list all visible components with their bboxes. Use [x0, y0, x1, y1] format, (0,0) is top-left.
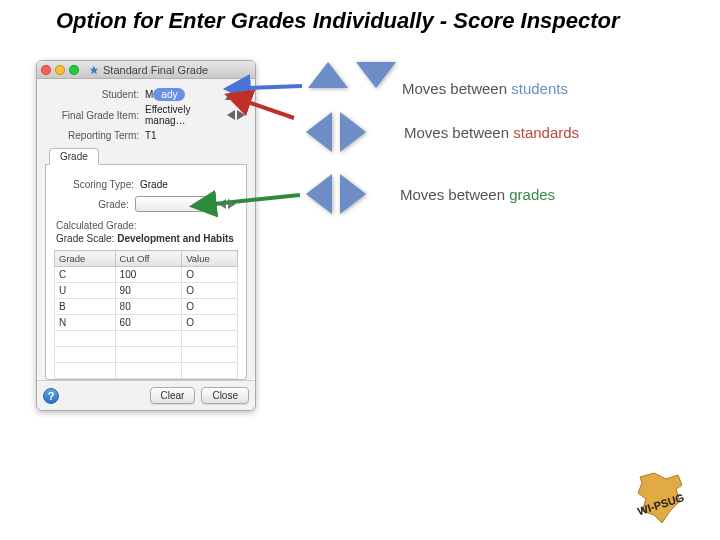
big-nav-grades [306, 174, 366, 214]
grade-row: Grade: [54, 196, 238, 212]
grade-label: Grade: [54, 199, 135, 210]
th-cutoff: Cut Off [115, 251, 182, 267]
reporting-term-row: Reporting Term: T1 [45, 130, 247, 141]
wipsug-logo: WI-PSUG [632, 471, 692, 528]
page-title: Option for Enter Grades Individually - S… [56, 8, 620, 34]
score-inspector-panel: Standard Final Grade Student: Mady Final… [36, 60, 256, 411]
table-row: B80O [55, 299, 238, 315]
grade-next-button[interactable] [228, 199, 238, 209]
student-prev-button[interactable] [225, 90, 235, 100]
scoring-type-row: Scoring Type: Grade [54, 179, 238, 190]
panel-footer: ? Clear Close [37, 380, 255, 410]
table-row: . [55, 363, 238, 379]
grade-select[interactable] [135, 196, 210, 212]
scoring-type-label: Scoring Type: [54, 179, 140, 190]
close-button[interactable]: Close [201, 387, 249, 404]
table-row: U90O [55, 283, 238, 299]
student-row: Student: Mady [45, 89, 247, 100]
window-title: Standard Final Grade [103, 64, 208, 76]
final-grade-item-value: Effectively manag… [145, 104, 225, 126]
table-row: . [55, 347, 238, 363]
caption-grades: Moves between grades [400, 186, 555, 203]
triangle-up-icon [308, 62, 348, 88]
table-row: N60O [55, 315, 238, 331]
tab-bar: Grade [45, 147, 247, 165]
clear-button[interactable]: Clear [150, 387, 196, 404]
window-close-button[interactable] [41, 65, 51, 75]
window-minimize-button[interactable] [55, 65, 65, 75]
final-grade-item-label: Final Grade Item: [45, 110, 145, 121]
big-nav-students [308, 62, 396, 88]
student-next-button[interactable] [237, 90, 247, 100]
table-row: C100O [55, 267, 238, 283]
triangle-down-icon [356, 62, 396, 88]
svg-line-1 [248, 86, 302, 88]
tab-content-grade: Scoring Type: Grade Grade: Calculated Gr… [45, 165, 247, 380]
th-value: Value [182, 251, 238, 267]
grade-scale-value: Development and Habits [117, 233, 234, 244]
tab-grade[interactable]: Grade [49, 148, 99, 165]
final-grade-item-row: Final Grade Item: Effectively manag… [45, 104, 247, 126]
student-label: Student: [45, 89, 145, 100]
th-grade: Grade [55, 251, 116, 267]
item-prev-button[interactable] [225, 110, 235, 120]
triangle-right-icon [340, 112, 366, 152]
window-zoom-button[interactable] [69, 65, 79, 75]
reporting-term-value: T1 [145, 130, 225, 141]
grade-scale-label: Grade Scale: [56, 233, 114, 244]
triangle-right-icon [340, 174, 366, 214]
student-value: Mady [145, 89, 225, 100]
svg-marker-0 [90, 65, 98, 73]
item-next-button[interactable] [237, 110, 247, 120]
grade-prev-button[interactable] [216, 199, 226, 209]
table-row: . [55, 331, 238, 347]
calculated-grade-label: Calculated Grade: [56, 220, 238, 231]
window-titlebar: Standard Final Grade [37, 61, 255, 79]
triangle-left-icon [306, 174, 332, 214]
star-icon [89, 65, 99, 75]
caption-students: Moves between students [402, 80, 568, 97]
caption-standards: Moves between standards [404, 124, 579, 141]
scoring-type-value: Grade [140, 179, 238, 190]
help-button[interactable]: ? [43, 388, 59, 404]
grade-scale-row: Grade Scale: Development and Habits [56, 233, 238, 244]
grade-table: Grade Cut Off Value C100O U90O B80O N60O… [54, 250, 238, 379]
triangle-left-icon [306, 112, 332, 152]
big-nav-standards [306, 112, 366, 152]
reporting-term-label: Reporting Term: [45, 130, 145, 141]
